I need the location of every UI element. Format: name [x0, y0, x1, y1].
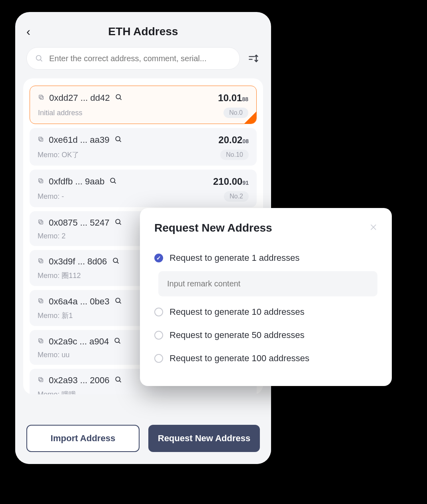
svg-line-24 [117, 262, 118, 264]
address-card-meta: Memo: OK了No.10 [38, 150, 249, 160]
svg-point-11 [116, 136, 120, 141]
copy-icon[interactable] [38, 376, 44, 384]
svg-point-27 [116, 298, 120, 302]
search-box[interactable] [26, 47, 240, 70]
svg-line-28 [120, 302, 121, 304]
index-badge: No.10 [220, 150, 249, 160]
header: ‹ ETH Address [15, 12, 271, 47]
magnify-icon[interactable] [115, 93, 123, 103]
memo-text: Memo: - [38, 192, 64, 201]
svg-line-36 [120, 381, 121, 382]
svg-point-15 [111, 178, 115, 182]
generate-option[interactable]: Request to generate 10 addresses [154, 300, 377, 324]
address-card[interactable]: 0xfdfb ... 9aab210.0091Memo: -No.2 [30, 170, 257, 207]
balance-value: 210.0091 [213, 176, 249, 187]
generate-option[interactable]: Request to generate 1 addresses [154, 246, 377, 270]
address-text: 0x3d9f ... 8d06 [49, 256, 107, 267]
request-new-address-modal: Request New Address Request to generate … [140, 208, 392, 386]
magnify-icon[interactable] [112, 257, 120, 266]
magnify-icon[interactable] [114, 337, 122, 346]
magnify-icon[interactable] [109, 177, 117, 186]
magnify-icon[interactable] [114, 376, 122, 385]
remark-input[interactable] [158, 271, 377, 296]
copy-icon[interactable] [38, 258, 44, 266]
svg-rect-30 [39, 339, 42, 342]
modal-title: Request New Address [154, 222, 272, 234]
generate-option[interactable]: Request to generate 50 addresses [154, 324, 377, 347]
memo-text: Initial address [38, 109, 82, 117]
memo-text: Memo: 新1 [38, 311, 73, 320]
balance-value: 10.0188 [218, 92, 248, 104]
copy-icon[interactable] [38, 219, 44, 227]
sort-button[interactable] [247, 52, 260, 65]
address-card[interactable]: 0xe61d ... aa3920.0208Memo: OK了No.10 [30, 128, 257, 166]
memo-text: Memo: 圈112 [38, 271, 81, 280]
request-new-address-button[interactable]: Request New Address [148, 425, 260, 452]
memo-text: Memo: uu [38, 351, 70, 359]
svg-rect-14 [39, 179, 42, 182]
sort-icon [248, 53, 259, 64]
svg-point-7 [116, 94, 120, 99]
svg-line-12 [120, 140, 121, 142]
radio-icon[interactable] [154, 308, 163, 316]
back-button[interactable]: ‹ [26, 25, 30, 38]
magnify-icon[interactable] [114, 218, 122, 228]
address-card[interactable]: 0xdd27 ... dd4210.0188Initial addressNo.… [30, 86, 257, 124]
option-label: Request to generate 50 addresses [170, 330, 305, 340]
address-text: 0x0875 ... 5247 [49, 218, 110, 228]
address-card-row: 0xfdfb ... 9aab210.0091 [38, 176, 249, 187]
svg-point-35 [116, 377, 120, 381]
copy-icon[interactable] [38, 178, 44, 186]
address-text: 0xfdfb ... 9aab [49, 176, 104, 187]
svg-rect-33 [40, 378, 43, 382]
balance-value: 20.0208 [218, 134, 249, 146]
svg-point-19 [116, 219, 120, 224]
address-card-meta: Initial addressNo.0 [38, 108, 248, 118]
svg-rect-26 [39, 299, 42, 302]
magnify-icon[interactable] [114, 135, 122, 145]
close-button[interactable] [369, 222, 377, 234]
radio-icon[interactable] [154, 331, 163, 340]
radio-icon[interactable] [154, 354, 163, 363]
close-icon [369, 223, 377, 231]
svg-rect-29 [40, 340, 43, 343]
svg-line-16 [114, 182, 116, 184]
footer: Import Address Request New Address [15, 416, 271, 464]
svg-rect-25 [40, 300, 43, 303]
search-icon [35, 54, 44, 63]
memo-text: Memo: 2 [38, 232, 66, 240]
address-text: 0x6a4a ... 0be3 [49, 296, 110, 307]
svg-rect-22 [39, 259, 42, 262]
search-input[interactable] [49, 54, 231, 63]
svg-rect-9 [40, 138, 43, 141]
svg-rect-17 [40, 221, 43, 224]
svg-rect-21 [40, 260, 43, 263]
modal-options: Request to generate 1 addressesRequest t… [154, 246, 377, 370]
svg-point-31 [115, 338, 120, 342]
copy-icon[interactable] [38, 94, 44, 102]
radio-checked-icon[interactable] [154, 254, 163, 262]
magnify-icon[interactable] [114, 297, 122, 306]
address-text: 0x2a93 ... 2006 [49, 375, 110, 386]
address-text: 0x2a9c ... a904 [49, 336, 109, 347]
svg-line-8 [120, 98, 122, 100]
generate-option[interactable]: Request to generate 100 addresses [154, 347, 377, 370]
svg-rect-13 [40, 180, 43, 183]
svg-line-20 [120, 223, 121, 225]
address-card-meta: Memo: 哦哦 [38, 390, 249, 394]
svg-line-1 [40, 60, 42, 61]
memo-text: Memo: 哦哦 [38, 390, 76, 394]
svg-line-32 [119, 342, 120, 344]
import-address-button[interactable]: Import Address [26, 425, 140, 452]
copy-icon[interactable] [38, 338, 44, 346]
option-label: Request to generate 1 addresses [170, 253, 299, 263]
svg-point-0 [36, 56, 41, 60]
search-row [15, 47, 271, 78]
copy-icon[interactable] [38, 298, 44, 306]
index-badge: No.2 [224, 191, 249, 202]
address-card-row: 0xdd27 ... dd4210.0188 [38, 92, 248, 104]
copy-icon[interactable] [38, 136, 44, 144]
svg-rect-6 [39, 95, 42, 98]
svg-point-23 [113, 258, 118, 262]
svg-rect-10 [39, 137, 42, 140]
